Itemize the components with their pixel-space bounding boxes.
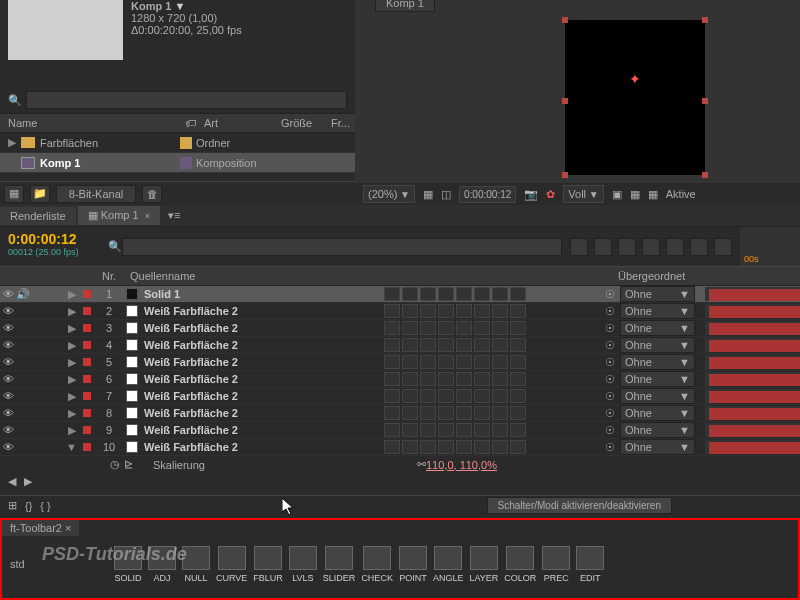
switch-cell[interactable] [456,355,472,369]
parent-dropdown[interactable]: Ohne▼ [620,388,695,404]
viewer-tab[interactable]: Komp 1 [375,0,435,12]
label-color[interactable] [83,290,91,298]
parent-pickwhip-icon[interactable]: ☉ [600,390,620,403]
layer-bar[interactable] [709,323,800,335]
draft-icon[interactable] [594,238,612,256]
switch-cell[interactable] [438,338,454,352]
parent-dropdown[interactable]: Ohne▼ [620,371,695,387]
twirl-icon[interactable]: ▶ [64,288,79,301]
switch-cell[interactable] [438,287,454,301]
project-search-input[interactable] [26,91,347,109]
zoom-dropdown[interactable]: (20%) ▼ [363,185,415,203]
switch-cell[interactable] [402,338,418,352]
switch-cell[interactable] [492,304,508,318]
motion-blur-icon[interactable] [666,238,684,256]
switch-cell[interactable] [510,389,526,403]
switch-cell[interactable] [456,406,472,420]
view-icon[interactable]: ▣ [612,188,622,201]
switch-cell[interactable] [438,304,454,318]
twirl-icon[interactable]: ▶ [64,356,79,369]
switch-cell[interactable] [420,304,436,318]
project-item-comp[interactable]: Komp 1 Komposition [0,153,355,173]
project-item-folder[interactable]: ▶ Farbflächen Ordner [0,133,355,153]
switch-cell[interactable] [492,372,508,386]
time-ruler[interactable]: 00s [740,227,800,266]
switch-cell[interactable] [438,372,454,386]
parent-dropdown[interactable]: Ohne▼ [620,286,695,302]
switch-cell[interactable] [510,406,526,420]
switch-cell[interactable] [474,321,490,335]
switch-cell[interactable] [420,287,436,301]
visibility-icon[interactable]: 👁 [0,288,16,300]
parent-pickwhip-icon[interactable]: ☉ [600,322,620,335]
color-mgmt-icon[interactable]: ✿ [546,188,555,201]
visibility-icon[interactable]: 👁 [0,339,16,351]
switch-cell[interactable] [384,406,400,420]
switch-cell[interactable] [402,440,418,454]
switch-cell[interactable] [474,389,490,403]
tab-renderlist[interactable]: Renderliste [0,207,76,225]
toolbar-adj-button[interactable]: ADJ [148,546,176,583]
layer-bar[interactable] [709,425,800,437]
switch-cell[interactable] [384,338,400,352]
switch-cell[interactable] [402,406,418,420]
switch-cell[interactable] [402,287,418,301]
layer-row[interactable]: 👁🔊▶1Solid 1☉Ohne▼ [0,286,800,303]
switch-cell[interactable] [492,321,508,335]
close-icon[interactable]: × [145,211,150,221]
prev-key-icon[interactable]: ◀ [8,475,16,488]
visibility-icon[interactable]: 👁 [0,424,16,436]
label-color[interactable] [83,426,91,434]
bit-depth-button[interactable]: 8-Bit-Kanal [56,185,136,203]
switch-cell[interactable] [438,321,454,335]
switch-cell[interactable] [384,372,400,386]
layer-bar[interactable] [709,374,800,386]
switch-cell[interactable] [402,372,418,386]
switch-cell[interactable] [438,389,454,403]
parent-dropdown[interactable]: Ohne▼ [620,439,695,455]
switch-cell[interactable] [474,372,490,386]
comp-thumbnail[interactable] [8,0,123,60]
layer-row[interactable]: 👁▶8Weiß Farbfläche 2☉Ohne▼ [0,405,800,422]
comp-viewer[interactable]: ✦ [565,20,705,175]
expand-icon[interactable]: {} [25,500,32,512]
layer-name[interactable]: Weiß Farbfläche 2 [140,305,380,317]
parent-dropdown[interactable]: Ohne▼ [620,320,695,336]
switch-cell[interactable] [456,389,472,403]
switch-cell[interactable] [492,338,508,352]
layer-row[interactable]: 👁▶6Weiß Farbfläche 2☉Ohne▼ [0,371,800,388]
layer-bar[interactable] [709,306,800,318]
visibility-icon[interactable]: 👁 [0,390,16,402]
label-color[interactable] [83,375,91,383]
switch-cell[interactable] [402,321,418,335]
visibility-icon[interactable]: 👁 [0,441,16,453]
switch-cell[interactable] [438,355,454,369]
switch-cell[interactable] [420,372,436,386]
property-scale[interactable]: Skalierung [133,459,417,471]
switch-cell[interactable] [510,372,526,386]
switch-cell[interactable] [402,423,418,437]
visibility-icon[interactable]: 👁 [0,305,16,317]
frame-blend-icon[interactable] [642,238,660,256]
switch-cell[interactable] [384,304,400,318]
switch-cell[interactable] [420,406,436,420]
switch-cell[interactable] [510,423,526,437]
parent-dropdown[interactable]: Ohne▼ [620,405,695,421]
interpret-button[interactable]: ▦ [4,185,24,203]
link-icon[interactable]: ⚯ [417,458,426,471]
switch-cell[interactable] [402,389,418,403]
panel-menu-icon[interactable]: ▾≡ [162,209,180,222]
toolbar-prec-button[interactable]: PREC [542,546,570,583]
layer-name[interactable]: Solid 1 [140,288,380,300]
layer-bar[interactable] [709,357,800,369]
ft-toolbar-tab[interactable]: ft-Toolbar2 × [2,520,79,536]
toolbar-slider-button[interactable]: SLIDER [323,546,356,583]
toolbar-fblur-button[interactable]: FBLUR [253,546,283,583]
switch-cell[interactable] [438,423,454,437]
switch-cell[interactable] [510,440,526,454]
switch-cell[interactable] [510,321,526,335]
tab-comp[interactable]: ▦ Komp 1× [78,206,160,225]
toolbar-lvls-button[interactable]: LVLS [289,546,317,583]
switch-cell[interactable] [456,338,472,352]
parent-pickwhip-icon[interactable]: ☉ [600,305,620,318]
